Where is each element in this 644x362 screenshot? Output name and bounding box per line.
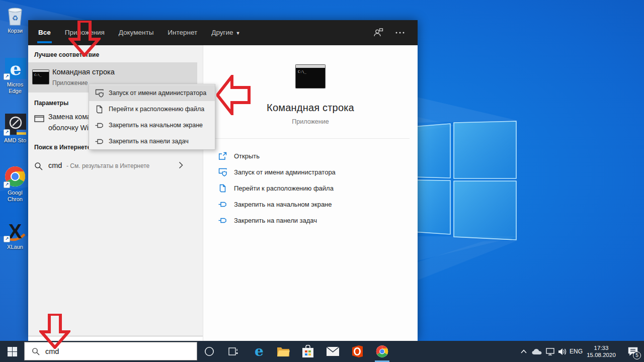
account-icon[interactable] [373,28,383,37]
divider [211,138,410,139]
context-item-pin-to-taskbar[interactable]: Закрепить на панели задач [89,133,215,149]
amd-store-icon: ↗ [4,114,27,136]
desktop-icon-microsoft-edge[interactable]: e ↗ Micros Edge [1,58,29,95]
desktop-icon-recycle-bin[interactable]: ♻ Корзи [1,4,29,34]
context-item-label: Закрепить на начальном экране [109,122,203,129]
action-label: Перейти к расположению файла [234,185,334,192]
action-run-as-admin[interactable]: Запуск от имени администратора [203,164,418,180]
edge-icon: e [252,344,266,358]
tray-onedrive-icon[interactable] [530,341,543,362]
pin-icon [95,137,104,146]
file-explorer-icon [277,346,290,357]
desktop-icon-amd-store[interactable]: ↗ AMD Sto [1,114,29,144]
tray-time: 17:33 [584,344,619,351]
settings-window-icon [34,115,44,124]
settings-item-line2: оболочку Wi [48,124,89,132]
desktop-icon-label: XLaun [1,244,29,250]
taskbar-store-button[interactable] [296,341,320,362]
desktop-icon-xlaunch[interactable]: X ↗ XLaun [1,220,29,250]
action-pin-to-start[interactable]: Закрепить на начальном экране [203,196,418,212]
start-button[interactable] [0,341,24,362]
tab-label: Документы [119,29,154,36]
cortana-button[interactable] [197,341,221,362]
tray-language-indicator[interactable]: ENG [569,341,584,362]
cortana-icon [204,346,214,356]
result-web-search-cmd[interactable]: cmd - См. результаты в Интернете [28,155,197,178]
desktop-icon-label: Chron [1,196,29,203]
edge-icon: e ↗ [4,58,27,80]
tray-date: 15.08.2020 [584,351,619,358]
action-label: Закрепить на начальном экране [234,201,332,208]
chevron-right-icon[interactable] [179,161,183,171]
action-label: Закрепить на панели задач [234,217,317,224]
tab-more[interactable]: Другие▼ [211,20,240,45]
result-subtitle: Приложение [52,79,88,86]
file-location-icon [95,105,104,114]
command-prompt-large-icon: C:\_ [295,64,326,90]
settings-item-line1: Замена кома [48,113,91,121]
mail-icon [326,346,340,356]
chrome-icon [375,345,389,358]
tray-network-icon[interactable] [543,341,556,362]
context-item-label: Закрепить на панели задач [109,138,189,145]
taskbar-chrome-button[interactable] [370,341,394,362]
xlaunch-icon: X ↗ [4,220,27,242]
run-as-admin-icon [218,168,227,176]
taskbar: e [0,341,644,362]
run-as-admin-icon [95,89,104,98]
context-item-run-as-admin[interactable]: Запуск от имени администратора [89,85,215,101]
chrome-icon: ↗ [4,166,27,188]
task-view-icon [228,347,238,356]
context-item-open-file-location[interactable]: Перейти к расположению файла [89,101,215,117]
action-open[interactable]: Открыть [203,148,418,164]
tab-documents[interactable]: Документы [119,20,154,45]
context-item-label: Перейти к расположению файла [109,106,204,113]
tab-label: Все [38,29,51,36]
store-icon [302,345,314,358]
taskbar-mail-button[interactable] [320,341,345,362]
taskbar-file-explorer-button[interactable] [271,341,295,362]
tab-all[interactable]: Все [38,20,51,45]
chevron-down-icon: ▼ [235,31,240,36]
taskbar-office-button[interactable] [345,341,369,362]
desktop-icon-label: Корзи [1,28,29,34]
tray-clock[interactable]: 17:33 15.08.2020 [584,341,619,362]
search-icon [32,347,40,355]
pin-icon [218,216,227,225]
shortcut-arrow-icon: ↗ [4,182,10,188]
taskbar-edge-button[interactable]: e [247,341,271,362]
notification-badge: 5 [633,351,641,359]
context-item-pin-to-start[interactable]: Закрепить на начальном экране [89,117,215,133]
desktop-icon-google-chrome[interactable]: ↗ Googl Chron [1,166,29,203]
tab-web[interactable]: Интернет [168,20,197,45]
shortcut-arrow-icon: ↗ [4,73,10,80]
annotation-arrow-run-as-admin [216,75,251,115]
svg-text:e: e [10,58,22,79]
svg-text:C:\_: C:\_ [298,70,307,74]
shortcut-arrow-icon: ↗ [4,129,10,136]
open-icon [218,152,227,160]
desktop-icon-label: Googl [1,190,29,196]
pin-icon [218,200,227,209]
ellipsis-menu-icon[interactable] [395,31,405,34]
svg-text:♻: ♻ [12,14,19,22]
action-open-file-location[interactable]: Перейти к расположению файла [203,180,418,196]
desktop-icon-label: AMD Sto [1,137,29,144]
task-view-button[interactable] [221,341,246,362]
desktop-icon-label: Edge [1,88,29,95]
tray-volume-icon[interactable] [555,341,570,362]
tab-label: Другие [211,29,233,36]
action-center-button[interactable]: 5 [622,341,644,362]
action-pin-to-taskbar[interactable]: Закрепить на панели задач [203,212,418,228]
windows-logo-icon [8,347,17,356]
web-query: cmd [48,161,62,169]
search-icon [34,162,43,172]
preview-subtitle: Приложение [203,118,418,125]
result-title: Командная строка [52,68,115,76]
annotation-arrow-apps-tab [68,21,101,57]
recycle-bin-icon: ♻ [4,4,27,26]
desktop-icon-label: Micros [1,81,29,88]
tray-chevron-up-icon[interactable] [517,341,530,362]
shortcut-arrow-icon: ↗ [4,236,10,242]
file-location-icon [218,184,227,193]
